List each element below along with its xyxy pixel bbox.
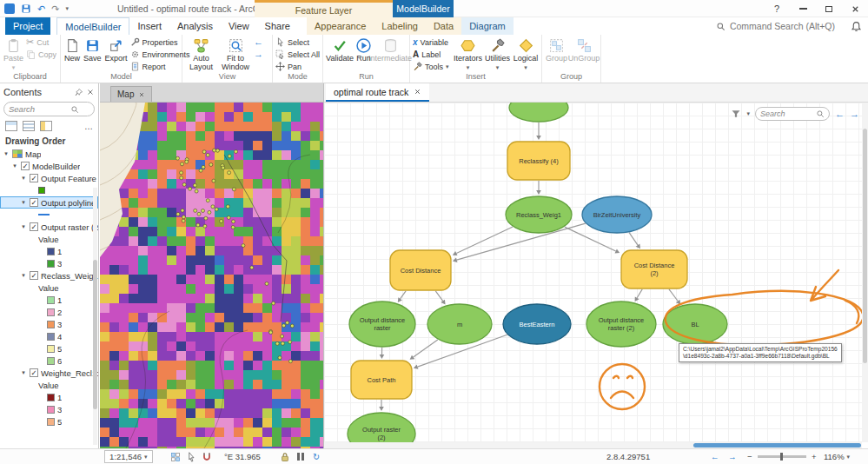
expander-icon[interactable]: ▾: [20, 272, 27, 279]
value-color-swatch[interactable]: [47, 406, 55, 414]
tree-row[interactable]: [0, 209, 98, 221]
expander-icon[interactable]: ▾: [20, 369, 27, 376]
insert-tools-button[interactable]: Tools▾: [413, 61, 452, 72]
nav-forward-button[interactable]: →: [254, 49, 263, 60]
canvas-vertical-scrollbar[interactable]: [862, 103, 868, 442]
value-color-swatch[interactable]: [47, 357, 55, 365]
ungroup-button[interactable]: UnGroup: [570, 36, 598, 72]
pause-drawing-icon[interactable]: [297, 449, 304, 464]
tab-analysis[interactable]: Analysis: [169, 17, 221, 35]
tab-modelbuilder[interactable]: ModelBuilder: [56, 17, 129, 35]
tree-row[interactable]: 1: [0, 391, 98, 403]
maximize-button[interactable]: [816, 0, 842, 17]
point-symbol-swatch[interactable]: [38, 187, 45, 194]
zoom-out-button[interactable]: −: [747, 449, 752, 464]
tree-row[interactable]: 3: [0, 318, 98, 330]
validate-button[interactable]: Validate: [326, 36, 354, 72]
tree-row[interactable]: 1: [0, 245, 98, 257]
tree-row[interactable]: 5: [0, 415, 98, 428]
customize-toolbar-caret-icon[interactable]: ▾: [65, 5, 69, 12]
properties-button[interactable]: Properties: [130, 36, 190, 48]
iterators-button[interactable]: Iterators▾: [454, 36, 482, 72]
value-color-swatch[interactable]: [47, 296, 55, 304]
layer-visibility-checkbox[interactable]: ✓: [21, 162, 30, 170]
zoom-prev-extent-icon[interactable]: ←: [711, 449, 719, 464]
model-search-input[interactable]: [760, 109, 811, 118]
tab-diagram[interactable]: Diagram: [461, 17, 514, 35]
value-color-swatch[interactable]: [47, 345, 55, 353]
tree-row[interactable]: 1: [0, 294, 98, 306]
close-button[interactable]: [842, 0, 868, 17]
tree-row[interactable]: 3: [0, 257, 98, 269]
tree-row[interactable]: 3: [0, 403, 98, 415]
zoom-in-button[interactable]: +: [812, 449, 817, 464]
model-node-output_distance_raster[interactable]: Output distanceraster: [349, 302, 415, 347]
scrollbar-thumb[interactable]: [693, 443, 861, 447]
tree-row[interactable]: [0, 184, 98, 196]
filter-caret-icon[interactable]: ▾: [746, 110, 750, 117]
tab-data[interactable]: Data: [426, 17, 461, 35]
export-model-button[interactable]: Export: [104, 36, 129, 72]
expander-icon[interactable]: ▾: [20, 223, 27, 230]
utilities-button[interactable]: Utilities▾: [484, 36, 511, 72]
value-color-swatch[interactable]: [47, 248, 55, 255]
tree-row[interactable]: 2: [0, 306, 98, 318]
list-by-selection-icon[interactable]: [40, 121, 52, 131]
more-options-icon[interactable]: …: [84, 122, 93, 131]
intermediate-button[interactable]: Intermediate: [374, 36, 407, 72]
model-node-upstream_output[interactable]: [509, 103, 568, 122]
pin-icon[interactable]: [74, 88, 83, 97]
value-color-swatch[interactable]: [47, 321, 55, 328]
cut-button[interactable]: ✂Cut: [26, 36, 56, 48]
layer-visibility-checkbox[interactable]: ✓: [30, 174, 38, 182]
zoom-percent-select[interactable]: 116%▾: [824, 449, 850, 464]
logical-button[interactable]: Logical▾: [513, 36, 539, 72]
close-icon[interactable]: [414, 88, 421, 96]
tree-row[interactable]: ▾✓Reclass_Weig1:Rec: [0, 269, 98, 282]
save-model-button[interactable]: Save: [83, 36, 103, 72]
tree-row[interactable]: ▾Map: [0, 148, 98, 160]
fit-to-window-button[interactable]: Fit to Window: [219, 36, 252, 72]
selection-pointer-icon[interactable]: [186, 449, 196, 464]
new-model-button[interactable]: New: [63, 36, 81, 72]
close-icon[interactable]: [138, 91, 145, 98]
select-mode-button[interactable]: Select: [275, 36, 320, 48]
help-button[interactable]: ?: [764, 0, 790, 17]
filter-funnel-icon[interactable]: [731, 109, 741, 119]
expander-icon[interactable]: ▾: [11, 162, 18, 169]
tree-row[interactable]: ▾✓Output polyline fe: [0, 196, 98, 209]
zoom-next-extent-icon[interactable]: →: [728, 449, 737, 464]
model-node-cost_distance_2[interactable]: Cost Distance(2): [621, 250, 687, 288]
minimize-button[interactable]: [790, 0, 816, 17]
insert-variable-button[interactable]: xVariable: [413, 36, 452, 48]
select-all-button[interactable]: Select All: [275, 49, 320, 60]
scrollbar-thumb[interactable]: [863, 129, 867, 363]
layer-visibility-checkbox[interactable]: ✓: [30, 368, 38, 377]
group-button[interactable]: Group: [545, 36, 568, 72]
paste-button[interactable]: Paste▾: [3, 36, 24, 72]
list-by-source-icon[interactable]: [23, 121, 35, 131]
tree-row[interactable]: Value: [0, 379, 98, 391]
refresh-icon[interactable]: ↻: [313, 449, 320, 464]
snapping-magnet-icon[interactable]: [202, 449, 212, 464]
expander-icon[interactable]: ▾: [20, 175, 27, 182]
list-by-drawing-order-icon[interactable]: [5, 121, 17, 131]
command-search[interactable]: Command Search (Alt+Q): [716, 17, 844, 35]
tab-map-view[interactable]: Map: [110, 86, 152, 102]
close-panel-icon[interactable]: [86, 88, 95, 96]
layer-visibility-checkbox[interactable]: ✓: [30, 222, 38, 231]
tree-row[interactable]: ▾✓Output Feature Cla: [0, 172, 98, 184]
tree-row[interactable]: 5: [0, 342, 98, 355]
tab-view[interactable]: View: [221, 17, 257, 35]
tab-labeling[interactable]: Labeling: [374, 17, 426, 35]
tree-row[interactable]: Value: [0, 233, 98, 245]
canvas-horizontal-scrollbar[interactable]: [324, 442, 862, 448]
tree-row[interactable]: Value: [0, 282, 98, 294]
model-nav-forward-icon[interactable]: →: [850, 109, 859, 119]
layers-grid-icon[interactable]: [170, 449, 181, 464]
expander-icon[interactable]: ▾: [3, 150, 10, 157]
tab-appearance[interactable]: Appearance: [307, 17, 374, 35]
environments-button[interactable]: Environments: [130, 49, 190, 60]
contents-search-input[interactable]: [9, 104, 68, 114]
copy-button[interactable]: Copy: [26, 49, 56, 60]
